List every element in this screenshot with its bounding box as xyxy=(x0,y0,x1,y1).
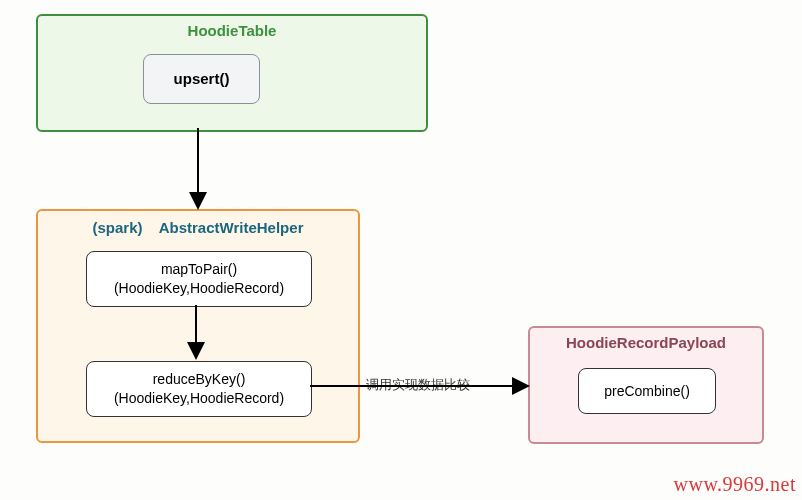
pre-combine-label: preCombine() xyxy=(604,382,690,401)
edge-label-reduce-to-precombine: 调用实现数据比较 xyxy=(366,376,470,394)
hoodie-table-title: HoodieTable xyxy=(38,22,426,39)
reduce-by-key-line1: reduceByKey() xyxy=(153,370,246,389)
map-to-pair-line2: (HoodieKey,HoodieRecord) xyxy=(114,279,284,298)
hoodie-record-payload-title: HoodieRecordPayload xyxy=(530,334,762,351)
watermark: www.9969.net xyxy=(674,473,796,496)
pre-combine-node: preCombine() xyxy=(578,368,716,414)
hoodie-record-payload-container: HoodieRecordPayload preCombine() xyxy=(528,326,764,444)
abstract-write-helper-title: (spark) AbstractWriteHelper xyxy=(38,219,358,236)
map-to-pair-line1: mapToPair() xyxy=(161,260,237,279)
abstract-write-helper-name: AbstractWriteHelper xyxy=(159,219,304,236)
hoodie-table-container: HoodieTable upsert() xyxy=(36,14,428,132)
abstract-write-helper-prefix: (spark) xyxy=(93,219,143,236)
map-to-pair-node: mapToPair() (HoodieKey,HoodieRecord) xyxy=(86,251,312,307)
upsert-label: upsert() xyxy=(174,69,230,89)
reduce-by-key-line2: (HoodieKey,HoodieRecord) xyxy=(114,389,284,408)
reduce-by-key-node: reduceByKey() (HoodieKey,HoodieRecord) xyxy=(86,361,312,417)
abstract-write-helper-container: (spark) AbstractWriteHelper mapToPair() … xyxy=(36,209,360,443)
upsert-node: upsert() xyxy=(143,54,260,104)
